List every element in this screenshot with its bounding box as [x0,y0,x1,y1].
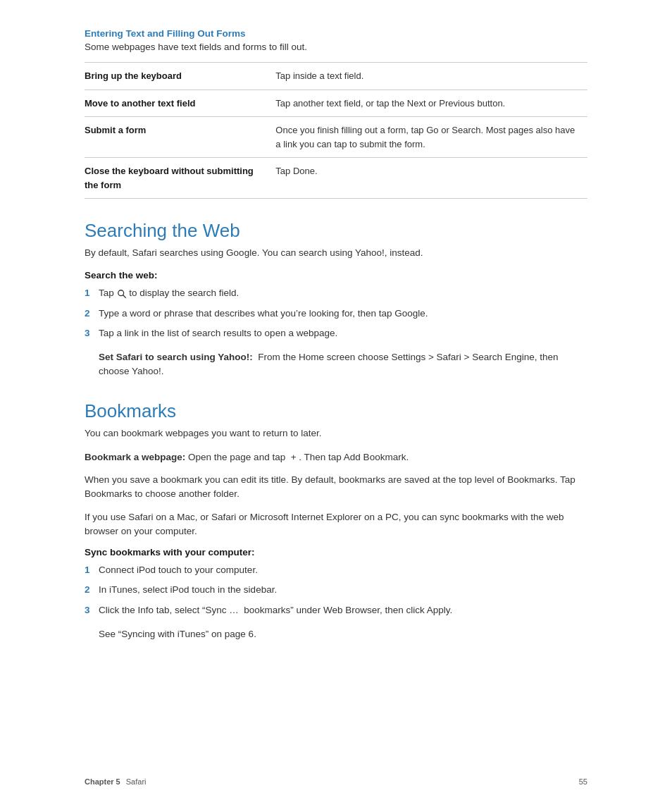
bookmark-webpage-line: Bookmark a webpage: Open the page and ta… [85,450,587,464]
step-text: Type a word or phrase that describes wha… [99,307,428,321]
step-text: Tap to display the search field. [99,286,239,300]
search-step-item: 3Tap a link in the list of search result… [85,326,587,340]
bookmark-webpage-label: Bookmark a webpage: [85,452,185,462]
step-text: Tap a link in the list of search results… [99,326,337,340]
step-number: 1 [85,563,99,577]
step-text: Connect iPod touch to your computer. [99,563,258,577]
footer-left: Chapter 5 Safari [85,777,147,786]
table-description: Once you finish filling out a form, tap … [275,117,587,158]
searching-web-title: Searching the Web [85,220,587,242]
entering-text-subtitle: Some webpages have text fields and forms… [85,42,587,52]
sync-step-item: 3Click the Info tab, select “Sync … book… [85,603,587,617]
footer: Chapter 5 Safari 55 [0,777,672,786]
bookmark-webpage-text: Open the page and tap + . Then tap Add B… [185,452,409,462]
bookmarks-section: Bookmarks You can bookmark webpages you … [85,400,587,642]
bookmarks-body1: When you save a bookmark you can edit it… [85,473,587,502]
step-number: 3 [85,603,99,617]
table-action: Submit a form [85,117,275,158]
table-description: Tap Done. [275,158,587,199]
entering-text-section: Entering Text and Filling Out Forms Some… [85,28,587,199]
step-number: 3 [85,326,99,340]
sync-steps-list: 1Connect iPod touch to your computer.2In… [85,563,587,617]
search-web-subsection-title: Search the web: [85,270,587,281]
table-description: Tap inside a text field. [275,63,587,90]
table-row: Close the keyboard without submitting th… [85,158,587,199]
search-note-label: Set Safari to search using Yahoo!: [99,352,253,362]
entering-text-title: Entering Text and Filling Out Forms [85,28,587,39]
search-note: Set Safari to search using Yahoo!: From … [99,350,587,379]
see-also: See “Syncing with iTunes” on page 6. [99,627,587,641]
step-text: Click the Info tab, select “Sync … bookm… [99,603,452,617]
page-content: Entering Text and Filling Out Forms Some… [0,0,672,698]
search-steps-list: 1Tap to display the search field.2Type a… [85,286,587,340]
search-step-item: 1Tap to display the search field. [85,286,587,300]
see-also-text: See “Syncing with iTunes” on page 6. [99,629,256,639]
step-number: 2 [85,307,99,321]
search-step-item: 2Type a word or phrase that describes wh… [85,307,587,321]
step-text: In iTunes, select iPod touch in the side… [99,583,277,597]
searching-web-desc: By default, Safari searches using Google… [85,246,587,260]
sync-bookmarks-title: Sync bookmarks with your computer: [85,547,587,557]
step-number: 2 [85,583,99,597]
svg-line-1 [123,295,125,297]
table-row: Move to another text field Tap another t… [85,90,587,117]
footer-page-number: 55 [579,777,587,786]
table-action: Move to another text field [85,90,275,117]
table-row: Bring up the keyboard Tap inside a text … [85,63,587,90]
table-action: Bring up the keyboard [85,63,275,90]
bookmarks-title: Bookmarks [85,400,587,422]
table-action: Close the keyboard without submitting th… [85,158,275,199]
sync-step-item: 2In iTunes, select iPod touch in the sid… [85,583,587,597]
sync-step-item: 1Connect iPod touch to your computer. [85,563,587,577]
bookmarks-body2: If you use Safari on a Mac, or Safari or… [85,510,587,539]
searching-web-section: Searching the Web By default, Safari sea… [85,220,587,379]
bookmarks-desc: You can bookmark webpages you want to re… [85,426,587,441]
table-row: Submit a form Once you finish filling ou… [85,117,587,158]
footer-section: Safari [126,777,147,786]
table-description: Tap another text field, or tap the Next … [275,90,587,117]
footer-chapter: Chapter 5 [85,777,120,786]
entering-text-table: Bring up the keyboard Tap inside a text … [85,62,587,199]
step-number: 1 [85,286,99,300]
